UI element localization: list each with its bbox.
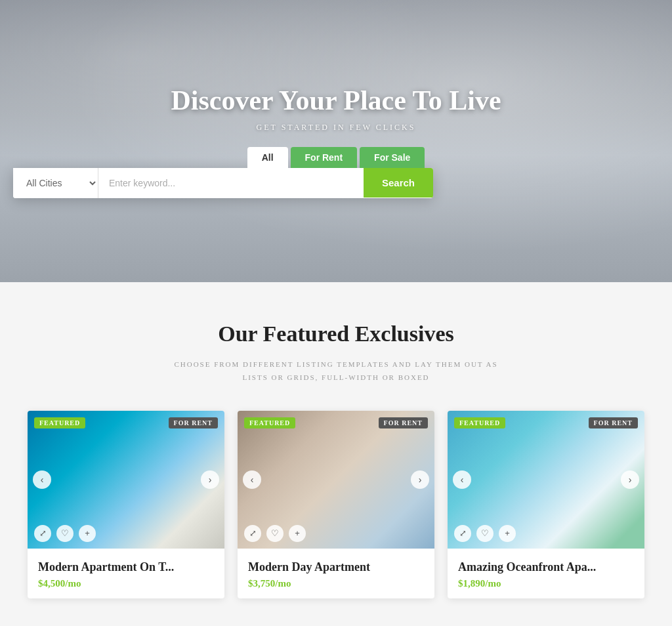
hero-content: Discover Your Place To Live GET STARTED … xyxy=(0,85,672,198)
tab-for-rent[interactable]: For Rent xyxy=(291,147,358,168)
favorite-button[interactable]: ♡ xyxy=(266,525,284,542)
add-button[interactable]: + xyxy=(499,525,516,542)
property-cards-row: FEATURED FOR RENT ‹ › ⤢ ♡ + Modern Apart… xyxy=(13,411,659,598)
badge-status: FOR RENT xyxy=(589,417,638,428)
featured-title: Our Featured Exclusives xyxy=(13,322,659,346)
card-actions: ⤢ ♡ + xyxy=(454,525,516,542)
hero-title: Discover Your Place To Live xyxy=(13,85,659,116)
badge-featured: FEATURED xyxy=(34,417,85,428)
hero-subtitle: GET STARTED IN FEW CLICKS xyxy=(13,123,659,133)
expand-button[interactable]: ⤢ xyxy=(454,525,471,542)
card-next-button[interactable]: › xyxy=(411,470,429,489)
badge-featured: FEATURED xyxy=(244,417,295,428)
card-prev-button[interactable]: ‹ xyxy=(33,470,51,489)
card-next-button[interactable]: › xyxy=(621,470,639,489)
property-card: FEATURED FOR RENT ‹ › ⤢ ♡ + Modern Day A… xyxy=(238,411,434,598)
card-price: $1,890/mo xyxy=(458,578,634,589)
search-tabs: All For Rent For Sale xyxy=(13,147,659,168)
expand-button[interactable]: ⤢ xyxy=(34,525,51,542)
property-card: FEATURED FOR RENT ‹ › ⤢ ♡ + Modern Apart… xyxy=(28,411,224,598)
featured-subtitle: CHOOSE FROM DIFFERENT LISTING TEMPLATES … xyxy=(172,358,500,385)
card-title: Modern Day Apartment xyxy=(248,560,424,574)
property-card: FEATURED FOR RENT ‹ › ⤢ ♡ + Amazing Ocea… xyxy=(448,411,644,598)
card-prev-button[interactable]: ‹ xyxy=(243,470,261,489)
tab-all[interactable]: All xyxy=(247,147,288,168)
city-select[interactable]: All Cities New York Los Angeles Miami Ch… xyxy=(13,168,98,198)
card-prev-button[interactable]: ‹ xyxy=(453,470,471,489)
favorite-button[interactable]: ♡ xyxy=(56,525,74,542)
card-price: $3,750/mo xyxy=(248,578,424,589)
card-body: Modern Apartment On T... $4,500/mo xyxy=(28,549,224,598)
badge-status: FOR RENT xyxy=(379,417,428,428)
featured-section: Our Featured Exclusives CHOOSE FROM DIFF… xyxy=(0,282,672,625)
search-button[interactable]: Search xyxy=(364,168,433,198)
card-image-wrap: FEATURED FOR RENT ‹ › ⤢ ♡ + xyxy=(448,411,644,549)
add-button[interactable]: + xyxy=(79,525,96,542)
card-body: Modern Day Apartment $3,750/mo xyxy=(238,549,434,598)
expand-button[interactable]: ⤢ xyxy=(244,525,261,542)
card-next-button[interactable]: › xyxy=(201,470,219,489)
tab-for-sale[interactable]: For Sale xyxy=(360,147,425,168)
card-actions: ⤢ ♡ + xyxy=(34,525,96,542)
badge-status: FOR RENT xyxy=(169,417,218,428)
card-body: Amazing Oceanfront Apa... $1,890/mo xyxy=(448,549,644,598)
card-price: $4,500/mo xyxy=(38,578,214,589)
card-title: Modern Apartment On T... xyxy=(38,560,214,574)
search-bar: All Cities New York Los Angeles Miami Ch… xyxy=(13,168,433,198)
hero-section: Discover Your Place To Live GET STARTED … xyxy=(0,0,672,282)
card-image-wrap: FEATURED FOR RENT ‹ › ⤢ ♡ + xyxy=(238,411,434,549)
keyword-input[interactable] xyxy=(98,169,364,198)
favorite-button[interactable]: ♡ xyxy=(476,525,494,542)
badge-featured: FEATURED xyxy=(454,417,505,428)
card-actions: ⤢ ♡ + xyxy=(244,525,306,542)
card-image-wrap: FEATURED FOR RENT ‹ › ⤢ ♡ + xyxy=(28,411,224,549)
card-title: Amazing Oceanfront Apa... xyxy=(458,560,634,574)
add-button[interactable]: + xyxy=(289,525,306,542)
